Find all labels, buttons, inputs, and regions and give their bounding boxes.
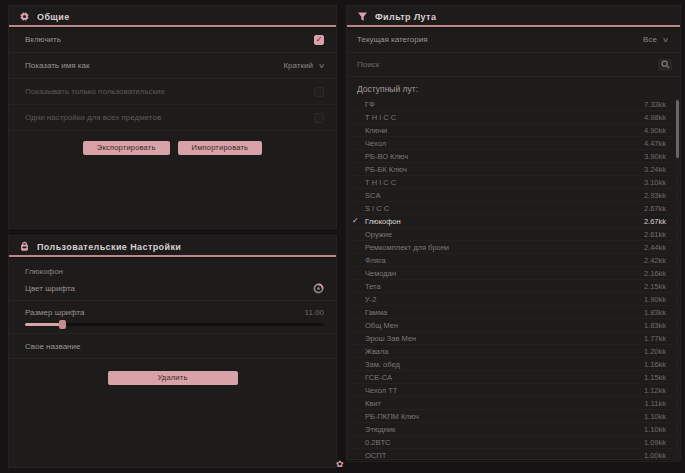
- loot-list: ГФ7.33kkТ Н I С С4.98kkКлючи4.90kkЧехол4…: [347, 98, 680, 462]
- loot-item-name: Общ Мен: [365, 321, 398, 330]
- loot-item-name: ГСЕ-СА: [365, 373, 392, 382]
- scrollbar-thumb[interactable]: [676, 100, 679, 158]
- general-setting-row: Включить✓: [9, 27, 336, 53]
- loot-item-row[interactable]: Т Н I С С4.98kk: [347, 111, 680, 124]
- loot-item-row[interactable]: Общ Мен1.83kk: [347, 319, 680, 332]
- footer-flower-icon: ✿: [336, 459, 344, 469]
- loot-item-name: Этюдник: [365, 425, 395, 434]
- loot-item-name: ОСПТ: [365, 451, 386, 460]
- search-row: [347, 53, 680, 77]
- loot-item-name: Т Н I С С: [365, 178, 396, 187]
- custom-name-input[interactable]: [92, 342, 324, 352]
- loot-item-value: 2.16kk: [644, 269, 666, 278]
- loot-panel-header: Фильтр Лута: [347, 6, 680, 25]
- loot-item-row[interactable]: Оружие2.61kk: [347, 228, 680, 241]
- loot-item-row[interactable]: Эрош Зав Мен1.77kk: [347, 332, 680, 345]
- setting-checkbox[interactable]: ✓: [314, 35, 324, 45]
- font-size-value: 11.00: [305, 308, 324, 317]
- loot-item-name: Т Н I С С: [365, 113, 396, 122]
- dropdown-value: Краткий: [283, 61, 312, 70]
- loot-item-name: Квит: [365, 399, 381, 408]
- loot-item-name: РБ-ПКПМ Ключ: [365, 412, 419, 421]
- loot-item-name: Чехол: [365, 139, 386, 148]
- setting-checkbox[interactable]: [314, 87, 324, 97]
- loot-item-value: 4.98kk: [644, 113, 666, 122]
- loot-item-row[interactable]: Квит1.11kk: [347, 397, 680, 410]
- loot-item-row[interactable]: ГФ7.33kk: [347, 98, 680, 111]
- setting-checkbox[interactable]: [314, 113, 324, 123]
- loot-item-row[interactable]: Чехол4.47kk: [347, 137, 680, 150]
- slider-track[interactable]: [25, 323, 324, 326]
- settings-bundle-icon: [19, 241, 30, 252]
- loot-item-name: У-2: [365, 295, 376, 304]
- loot-item-row[interactable]: Чемодан2.16kk: [347, 267, 680, 280]
- setting-label: Включить: [25, 35, 61, 44]
- loot-list-scrollbar[interactable]: [676, 98, 679, 462]
- loot-item-row[interactable]: Жвала1.20kk: [347, 345, 680, 358]
- color-wheel-icon[interactable]: [313, 283, 324, 294]
- custom-panel-header: Пользовательские Настройки: [9, 236, 336, 255]
- loot-item-value: 1.83kk: [644, 321, 666, 330]
- search-icon[interactable]: [658, 59, 672, 71]
- loot-item-value: 1.83kk: [644, 308, 666, 317]
- loot-item-row[interactable]: Гамма1.83kk: [347, 306, 680, 319]
- loot-item-name: Ремкомплект для брони: [365, 243, 449, 252]
- loot-item-value: 1.77kk: [644, 334, 666, 343]
- loot-item-row[interactable]: ОСПТ1.00kk: [347, 449, 680, 462]
- loot-item-row[interactable]: У-21.90kk: [347, 293, 680, 306]
- loot-item-name: Зам. обед: [365, 360, 400, 369]
- setting-label: Одни настройки для всех предметов: [25, 113, 161, 122]
- loot-item-value: 3.90kk: [644, 152, 666, 161]
- loot-item-name: Эрош Зав Мен: [365, 334, 416, 343]
- custom-name-label: Свое название: [25, 342, 80, 351]
- selected-item-name: Глюкофон: [9, 257, 336, 280]
- name-mode-dropdown[interactable]: Краткий∨: [283, 61, 324, 70]
- chevron-down-icon: ∨: [318, 62, 325, 70]
- loot-item-row[interactable]: Зам. обед1.16kk: [347, 358, 680, 371]
- delete-button[interactable]: Удалить: [108, 371, 238, 385]
- available-loot-label: Доступный лут:: [347, 77, 680, 98]
- loot-item-row[interactable]: РБ-БК Ключ3.24kk: [347, 163, 680, 176]
- import-button[interactable]: Импортировать: [178, 141, 263, 155]
- loot-item-name: Тета: [365, 282, 381, 291]
- loot-item-name: Гамма: [365, 308, 387, 317]
- loot-item-value: 2.61kk: [644, 230, 666, 239]
- loot-item-name: Ключи: [365, 126, 387, 135]
- category-dropdown[interactable]: Все ∨: [643, 35, 668, 44]
- export-button[interactable]: Экспортировать: [83, 141, 170, 155]
- loot-item-row[interactable]: РБ-ПКПМ Ключ1.10kk: [347, 410, 680, 423]
- loot-item-value: 4.90kk: [644, 126, 666, 135]
- font-color-row[interactable]: Цвет шрифта: [9, 280, 336, 297]
- search-input[interactable]: [357, 60, 658, 69]
- loot-item-value: 1.11kk: [644, 399, 666, 408]
- general-panel-title: Общие: [37, 12, 70, 22]
- loot-item-value: 2.42kk: [644, 256, 666, 265]
- loot-item-row[interactable]: Чехол ТТ1.12kk: [347, 384, 680, 397]
- loot-item-value: 7.33kk: [644, 100, 666, 109]
- loot-item-row[interactable]: Ремкомплект для брони2.44kk: [347, 241, 680, 254]
- loot-item-row[interactable]: 0.2BTC1.09kk: [347, 436, 680, 449]
- chevron-down-icon: ∨: [662, 36, 669, 44]
- loot-item-row[interactable]: Фляга2.42kk: [347, 254, 680, 267]
- general-setting-row: Одни настройки для всех предметов: [9, 105, 336, 131]
- funnel-icon: [357, 11, 368, 22]
- loot-item-row[interactable]: Т Н I С С3.10kk: [347, 176, 680, 189]
- loot-item-value: 4.47kk: [644, 139, 666, 148]
- loot-item-row[interactable]: Этюдник1.10kk: [347, 423, 680, 436]
- font-color-label: Цвет шрифта: [25, 284, 75, 293]
- loot-panel-title: Фильтр Лута: [375, 12, 436, 22]
- loot-item-value: 3.10kk: [644, 178, 666, 187]
- loot-item-row[interactable]: РБ-ВО Ключ3.90kk: [347, 150, 680, 163]
- font-size-slider[interactable]: [9, 321, 336, 330]
- slider-thumb[interactable]: [59, 320, 66, 329]
- loot-item-row[interactable]: S I С С2.67kk: [347, 202, 680, 215]
- loot-item-row[interactable]: Тета2.15kk: [347, 280, 680, 293]
- general-setting-row: Показать имя какКраткий∨: [9, 53, 336, 79]
- loot-item-row[interactable]: ГСЕ-СА1.15kk: [347, 371, 680, 384]
- loot-item-row[interactable]: SCA2.93kk: [347, 189, 680, 202]
- loot-item-row[interactable]: ✓Глюкофон2.67kk: [347, 215, 680, 228]
- general-setting-row: Показывать только пользовательские: [9, 79, 336, 105]
- category-row: Текущая категория Все ∨: [347, 27, 680, 53]
- loot-item-name: Глюкофон: [365, 217, 401, 226]
- loot-item-row[interactable]: Ключи4.90kk: [347, 124, 680, 137]
